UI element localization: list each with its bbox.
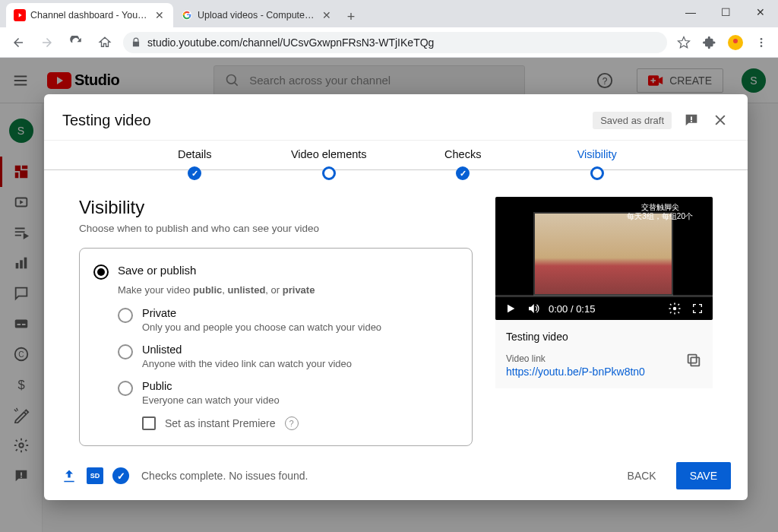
radio-icon (118, 381, 133, 396)
svg-rect-32 (688, 355, 697, 363)
tab-bar: Channel dashboard - YouTube St ✕ Upload … (0, 0, 778, 27)
step-visibility[interactable]: Visibility (530, 148, 665, 180)
option-save-publish[interactable]: Save or publish (93, 264, 458, 280)
stepper: Details ✓ Video elements Checks ✓ Visibi… (44, 140, 748, 185)
play-icon[interactable] (503, 301, 518, 316)
dialog-footer: SD ✓ Checks complete. No issues found. B… (44, 453, 748, 500)
home-icon[interactable] (94, 32, 115, 53)
svg-rect-28 (691, 116, 692, 120)
preview-panel: 交替触脚尖 每天3组，每组20个 0:00 / 0:15 Testing vid… (495, 197, 713, 453)
reload-icon[interactable] (65, 32, 87, 53)
close-window-icon[interactable]: ✕ (743, 0, 778, 24)
profile-icon[interactable] (726, 33, 745, 52)
section-subtitle: Choose when to publish and who can see y… (79, 223, 473, 234)
window-controls: — ☐ ✕ (673, 0, 778, 24)
back-button[interactable]: BACK (617, 464, 667, 488)
menu-dots-icon[interactable] (752, 33, 770, 52)
star-icon[interactable] (675, 33, 693, 52)
svg-point-5 (761, 41, 763, 43)
video-link[interactable]: https://youtu.be/P-bnPkw8tn0 (506, 366, 702, 378)
svg-point-3 (733, 39, 738, 43)
help-tooltip-icon[interactable]: ? (285, 416, 299, 430)
close-dialog-icon[interactable] (711, 111, 729, 129)
sd-badge-icon[interactable]: SD (87, 467, 103, 484)
radio-icon (93, 264, 109, 280)
close-icon[interactable]: ✕ (321, 9, 333, 21)
forward-icon (36, 32, 58, 53)
svg-rect-29 (691, 121, 692, 122)
svg-point-30 (673, 307, 677, 311)
dialog-header: Testing video Saved as draft (44, 94, 748, 140)
radio-icon (118, 344, 133, 359)
save-publish-desc: Make your video public, unlisted, or pri… (118, 284, 315, 296)
video-player[interactable]: 交替触脚尖 每天3组，每组20个 0:00 / 0:15 (495, 197, 713, 320)
lock-icon (131, 37, 141, 48)
checks-status-text: Checks complete. No issues found. (141, 470, 308, 482)
video-info-panel: Testing video Video link https://youtu.b… (495, 320, 713, 388)
google-favicon (181, 9, 193, 21)
svg-point-4 (761, 38, 763, 40)
section-heading: Visibility (79, 197, 473, 218)
close-icon[interactable]: ✕ (153, 9, 166, 21)
check-icon: ✓ (188, 166, 201, 180)
step-ring-icon (590, 166, 604, 180)
dialog-title: Testing video (62, 112, 151, 129)
browser-tab-active[interactable]: Channel dashboard - YouTube St ✕ (6, 3, 173, 27)
youtube-favicon (14, 9, 26, 21)
new-tab-button[interactable]: + (340, 6, 362, 27)
video-link-label: Video link (506, 353, 702, 364)
url-bar: studio.youtube.com/channel/UCsvGxwpnFRsN… (0, 27, 778, 58)
thumbnail-caption: 交替触脚尖 每天3组，每组20个 (627, 203, 693, 221)
settings-gear-icon[interactable] (667, 301, 682, 316)
save-button[interactable]: SAVE (676, 462, 731, 489)
video-thumbnail (533, 212, 673, 296)
copy-link-icon[interactable] (685, 352, 702, 369)
checkbox-icon (142, 416, 156, 430)
volume-icon[interactable] (526, 301, 541, 316)
svg-rect-31 (691, 357, 699, 366)
step-video-elements[interactable]: Video elements (262, 148, 397, 180)
saved-draft-badge: Saved as draft (593, 112, 672, 129)
step-checks[interactable]: Checks ✓ (396, 148, 530, 180)
visibility-card: Save or publish Make your video public, … (79, 248, 473, 446)
tab-title: Channel dashboard - YouTube St (30, 10, 149, 21)
option-public[interactable]: Public Everyone can watch your video (118, 380, 458, 406)
upload-status-icon[interactable] (61, 467, 77, 484)
radio-icon (118, 308, 133, 323)
step-ring-icon (322, 166, 336, 180)
extensions-icon[interactable] (701, 33, 719, 52)
minimize-icon[interactable]: — (673, 0, 708, 24)
tab-title: Upload videos - Computer - Yo (198, 10, 316, 21)
browser-tab[interactable]: Upload videos - Computer - Yo ✕ (173, 3, 340, 27)
video-time: 0:00 / 0:15 (549, 303, 595, 315)
maximize-icon[interactable]: ☐ (708, 0, 743, 24)
preview-video-title: Testing video (506, 331, 702, 343)
url-text: studio.youtube.com/channel/UCsvGxwpnFRsN… (147, 36, 434, 49)
video-controls: 0:00 / 0:15 (495, 297, 713, 320)
address-bar[interactable]: studio.youtube.com/channel/UCsvGxwpnFRsN… (123, 32, 667, 53)
back-icon[interactable] (8, 32, 29, 53)
option-private[interactable]: Private Only you and people you choose c… (118, 307, 458, 333)
browser-chrome: Channel dashboard - YouTube St ✕ Upload … (0, 0, 778, 58)
upload-dialog: Testing video Saved as draft Details ✓ V… (44, 94, 748, 500)
premiere-checkbox[interactable]: Set as instant Premiere ? (142, 416, 458, 430)
option-unlisted[interactable]: Unlisted Anyone with the video link can … (118, 344, 458, 369)
fullscreen-icon[interactable] (690, 301, 705, 316)
check-icon: ✓ (456, 166, 470, 180)
checks-pass-icon[interactable]: ✓ (112, 467, 129, 484)
step-details[interactable]: Details ✓ (128, 148, 262, 180)
feedback-icon[interactable] (682, 111, 701, 129)
svg-point-6 (761, 45, 763, 47)
